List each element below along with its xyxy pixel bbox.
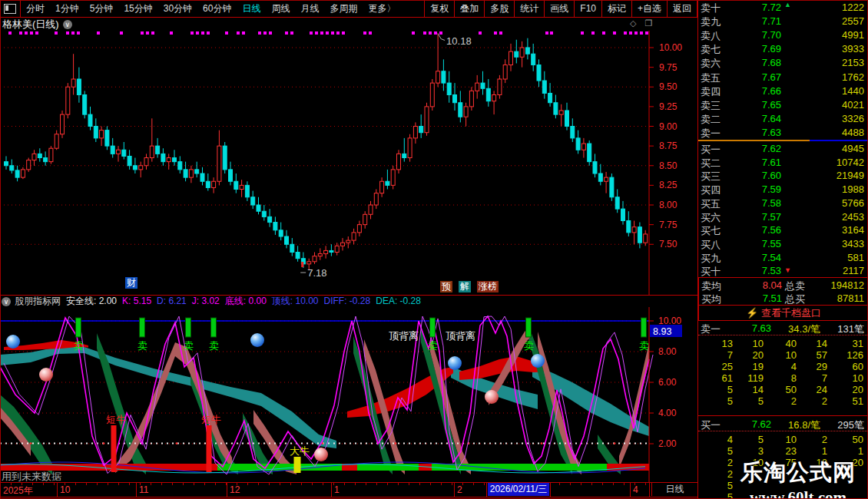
bid-row[interactable]: 买九7.54581 bbox=[698, 251, 868, 265]
date-axis[interactable]: 2025年101112124 2026/02/11/三 日线 bbox=[0, 482, 697, 497]
candle bbox=[268, 216, 272, 222]
chart-corner-icons[interactable]: ◇ ❐ bbox=[630, 18, 655, 28]
bid-row[interactable]: 买八7.553433 bbox=[698, 237, 868, 251]
tool-button-6[interactable]: 标记 bbox=[601, 0, 631, 17]
ask-row[interactable]: 卖九7.712557 bbox=[698, 15, 868, 28]
candle bbox=[598, 173, 602, 181]
tool-button-3[interactable]: 统计 bbox=[514, 0, 544, 17]
badge-cai[interactable]: 财 bbox=[125, 277, 137, 289]
candle bbox=[313, 256, 316, 262]
menu-item-9[interactable]: 多周期 bbox=[330, 2, 357, 15]
tool-button-8[interactable]: 返回 bbox=[667, 0, 697, 17]
sell-signal-bar bbox=[76, 318, 81, 337]
price-axis-label: 10.00 bbox=[659, 42, 682, 53]
tool-button-4[interactable]: 画线 bbox=[544, 0, 574, 17]
tool-button-0[interactable]: 复权 bbox=[424, 0, 454, 17]
menu-item-0[interactable]: 分时 bbox=[26, 2, 45, 15]
level-price: 7.56 bbox=[729, 224, 781, 236]
tool-button-7[interactable]: +自选 bbox=[631, 0, 667, 17]
menu-item-10[interactable]: 更多〉 bbox=[368, 2, 396, 15]
order-book-panel: 卖十7.72▲1222卖九7.712557卖八7.704991卖七7.69393… bbox=[697, 0, 868, 499]
sell-signal-bar bbox=[526, 318, 532, 337]
bid-row[interactable]: 买二7.6110742 bbox=[698, 156, 868, 170]
ask-row[interactable]: 卖二7.643326 bbox=[698, 112, 868, 126]
total-value: 194812 bbox=[810, 279, 864, 291]
price-axis-label: 8.50 bbox=[659, 160, 678, 171]
level-volume: 3326 bbox=[783, 113, 864, 124]
level-volume: 10742 bbox=[783, 157, 864, 168]
avg-price: 7.51 bbox=[730, 292, 782, 304]
candle bbox=[548, 93, 552, 102]
candle bbox=[509, 51, 513, 64]
indicator-value: J: 3.02 bbox=[192, 296, 220, 306]
candle bbox=[318, 254, 322, 256]
candle bbox=[413, 127, 417, 138]
tool-button-2[interactable]: 多股 bbox=[484, 0, 514, 17]
ask-row[interactable]: 卖四7.661440 bbox=[698, 84, 868, 98]
grid-cell: 13 bbox=[702, 338, 733, 349]
bid-row[interactable]: 买七7.563164 bbox=[698, 223, 868, 237]
candle bbox=[341, 243, 345, 246]
grid-cell: 1 bbox=[800, 445, 827, 457]
bid-row[interactable]: 买三7.6021949 bbox=[698, 169, 868, 183]
tool-button-1[interactable]: 叠加 bbox=[454, 0, 484, 17]
bid-row[interactable]: 买五7.585766 bbox=[698, 197, 868, 210]
window-icon[interactable] bbox=[4, 4, 16, 14]
ask-row[interactable]: 卖六7.682153 bbox=[698, 56, 868, 70]
candle bbox=[442, 71, 446, 83]
grid-cell: 51 bbox=[831, 395, 863, 407]
candle bbox=[133, 166, 137, 170]
grid-cell: 23 bbox=[767, 445, 797, 457]
bull-signal-bar bbox=[294, 457, 301, 473]
badge-jie[interactable]: 解 bbox=[459, 281, 471, 292]
badge-zhangbang[interactable]: 涨榜 bbox=[477, 281, 499, 292]
indicator-value: 股朋指标网 bbox=[15, 296, 61, 306]
ask-row[interactable]: 卖七7.693933 bbox=[698, 42, 868, 56]
candle bbox=[144, 158, 148, 166]
future-data-note: 用到未来数据 bbox=[2, 470, 61, 484]
bid-row[interactable]: 买六7.572453 bbox=[698, 210, 868, 224]
menu-item-6[interactable]: 日线 bbox=[242, 2, 260, 15]
menu-item-3[interactable]: 15分钟 bbox=[124, 2, 152, 15]
level-price: 7.60 bbox=[729, 170, 781, 181]
menu-item-8[interactable]: 月线 bbox=[300, 2, 319, 15]
grid-cell: 29 bbox=[800, 361, 827, 372]
grid-cell: 5 bbox=[702, 384, 733, 395]
ask-row[interactable]: 卖八7.704991 bbox=[698, 28, 868, 42]
indicator-axis-label: 8.00 bbox=[658, 346, 677, 357]
menu-item-1[interactable]: 1分钟 bbox=[55, 2, 79, 15]
candle bbox=[324, 250, 328, 253]
sell-signal-label: 卖 bbox=[137, 340, 147, 352]
grid-cell: 2 bbox=[702, 468, 733, 480]
grid-cell: 4 bbox=[702, 434, 733, 445]
menu-item-2[interactable]: 5分钟 bbox=[90, 2, 114, 15]
period-indicator[interactable]: 日线 bbox=[651, 483, 697, 496]
red-ball-marker bbox=[39, 368, 53, 382]
sell-signal-label: 卖 bbox=[184, 340, 194, 352]
ask-row[interactable]: 卖五7.671762 bbox=[698, 71, 868, 84]
ask-row[interactable]: 卖十7.72▲1222 bbox=[698, 1, 868, 15]
badge-yu[interactable]: 预 bbox=[440, 281, 452, 292]
level-price: 7.54 bbox=[729, 252, 781, 263]
menu-item-7[interactable]: 周线 bbox=[271, 2, 290, 15]
price-axis-label: 9.75 bbox=[659, 62, 678, 73]
candle bbox=[15, 170, 19, 177]
bid-row[interactable]: 买四7.591988 bbox=[698, 183, 868, 197]
candle bbox=[77, 79, 81, 95]
indicator-pane[interactable]: 卖卖卖卖卖卖卖顶背离顶背离短牛短牛大牛10.008.006.004.002.00… bbox=[0, 306, 697, 482]
ask-row[interactable]: 卖三7.654021 bbox=[698, 98, 868, 112]
bid-row[interactable]: 买十7.53▼2117 bbox=[698, 264, 868, 278]
chevron-down-icon[interactable]: ∨ bbox=[63, 20, 72, 29]
menu-item-4[interactable]: 30分钟 bbox=[164, 2, 192, 15]
ask-row[interactable]: 卖一7.634488 bbox=[698, 126, 868, 140]
detail-price: 7.62 bbox=[721, 418, 771, 430]
qiandang-link[interactable]: ⚡ 查看千档盘口 bbox=[698, 305, 868, 321]
chevron-down-icon[interactable]: ∨ bbox=[2, 297, 11, 306]
candlestick-chart[interactable]: 10.009.759.509.259.008.758.508.258.007.7… bbox=[0, 31, 697, 295]
level-price: 7.59 bbox=[729, 183, 781, 195]
menu-item-5[interactable]: 60分钟 bbox=[203, 2, 231, 15]
tool-button-5[interactable]: F10 bbox=[574, 0, 601, 17]
candle bbox=[307, 262, 311, 264]
bid-row[interactable]: 买一7.624945 bbox=[698, 142, 868, 156]
buy1-grid-row: 2 bbox=[698, 468, 868, 480]
